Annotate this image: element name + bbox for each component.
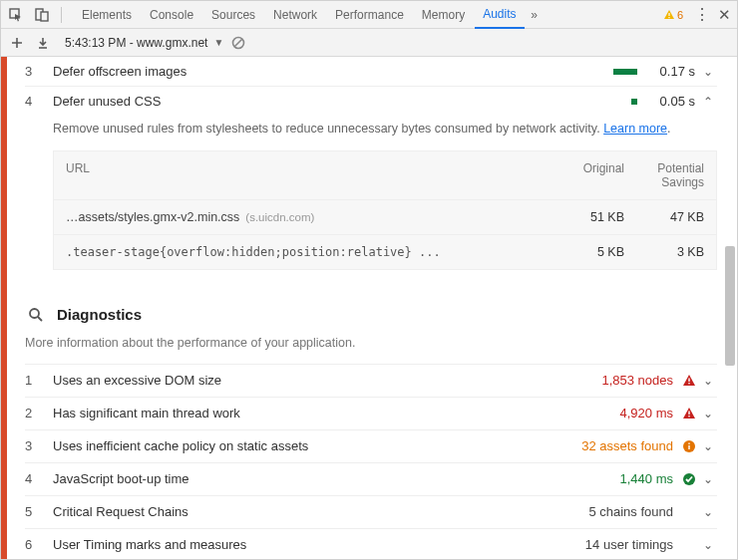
chevron-down-icon[interactable]: ⌄ (703, 472, 717, 486)
chevron-down-icon: ▼ (213, 37, 223, 48)
row-number: 1 (25, 373, 53, 388)
tab-memory[interactable]: Memory (414, 2, 473, 28)
opportunity-detail-table: URL Original Potential Savings …assets/s… (53, 150, 717, 270)
section-subtitle: More information about the performance o… (25, 332, 717, 364)
status-icon (681, 537, 697, 553)
chevron-down-icon[interactable]: ⌄ (703, 407, 717, 420)
report-selector[interactable]: 5:43:13 PM - www.gmx.net ▼ (65, 36, 223, 50)
kebab-menu-icon[interactable]: ⋮ (693, 5, 711, 24)
tab-performance[interactable]: Performance (327, 2, 412, 28)
opportunity-row[interactable]: 3 Defer offscreen images 0.17 s ⌄ (25, 57, 717, 86)
inspect-element-icon[interactable] (5, 4, 27, 26)
tab-sources[interactable]: Sources (203, 2, 263, 28)
clear-icon[interactable] (229, 34, 247, 52)
svg-rect-2 (41, 12, 48, 21)
search-icon (25, 304, 47, 326)
savings-bar (577, 99, 637, 105)
warnings-badge[interactable]: 6 (657, 9, 689, 21)
row-title: Defer offscreen images (53, 64, 577, 79)
cell-url: …assets/styles.gmx-v2.min.css(s.uicdn.co… (66, 210, 545, 224)
chevron-down-icon[interactable]: ⌄ (703, 65, 717, 79)
cell-host: (s.uicdn.com) (245, 211, 314, 223)
row-value: 32 assets found (581, 438, 673, 453)
learn-more-link[interactable]: Learn more (603, 122, 667, 136)
diagnostics-list: 1Uses an excessive DOM size1,853 nodes⌄2… (25, 364, 717, 559)
row-number: 4 (25, 471, 53, 486)
audit-content: 3 Defer offscreen images 0.17 s ⌄ 4 Defe… (1, 57, 737, 559)
row-title: User Timing marks and measures (53, 537, 585, 552)
download-icon[interactable] (33, 33, 53, 53)
vertical-scrollbar[interactable] (725, 87, 735, 559)
opportunity-row[interactable]: 4 Defer unused CSS 0.05 s ⌃ (25, 86, 717, 116)
report-label: 5:43:13 PM - www.gmx.net (65, 36, 207, 50)
row-value: 5 chains found (588, 504, 673, 519)
diagnostic-row[interactable]: 1Uses an excessive DOM size1,853 nodes⌄ (25, 364, 717, 397)
more-tabs-icon[interactable]: » (527, 8, 543, 22)
col-url: URL (66, 161, 545, 189)
row-number: 3 (25, 438, 53, 453)
status-icon (681, 438, 697, 454)
devtools-tabs: Elements Console Sources Network Perform… (74, 1, 653, 29)
devtools-panel: Elements Console Sources Network Perform… (0, 0, 738, 560)
diagnostic-row[interactable]: 2Has significant main thread work4,920 m… (25, 397, 717, 429)
section-title: Diagnostics (57, 306, 142, 323)
cell-savings: 47 KB (624, 210, 704, 224)
separator (61, 7, 62, 23)
tab-elements[interactable]: Elements (74, 2, 140, 28)
chevron-down-icon[interactable]: ⌄ (703, 374, 717, 388)
table-head: URL Original Potential Savings (54, 151, 716, 199)
svg-rect-3 (668, 13, 669, 16)
row-title: Uses an excessive DOM size (53, 373, 601, 388)
status-icon (681, 373, 697, 389)
diagnostic-row[interactable]: 5Critical Request Chains5 chains found⌄ (25, 495, 717, 528)
chevron-down-icon[interactable]: ⌄ (703, 439, 717, 453)
table-row: …assets/styles.gmx-v2.min.css(s.uicdn.co… (54, 199, 716, 234)
svg-rect-9 (688, 411, 689, 415)
row-number: 5 (25, 504, 53, 519)
cell-url: .teaser-stage{overflow:hidden;position:r… (66, 245, 545, 259)
warnings-count: 6 (677, 9, 683, 21)
row-number: 2 (25, 406, 53, 420)
row-title: Critical Request Chains (53, 504, 588, 519)
new-audit-icon[interactable] (7, 33, 27, 53)
savings-time: 0.05 s (645, 94, 695, 109)
tab-network[interactable]: Network (265, 2, 325, 28)
row-value: 1,853 nodes (601, 373, 673, 388)
chevron-up-icon[interactable]: ⌃ (703, 95, 717, 109)
diagnostic-row[interactable]: 6User Timing marks and measures14 user t… (25, 528, 717, 559)
col-savings: Potential Savings (624, 161, 704, 189)
svg-rect-7 (688, 378, 689, 382)
row-title: Has significant main thread work (53, 406, 620, 420)
chevron-down-icon[interactable]: ⌄ (703, 505, 717, 519)
svg-rect-4 (668, 17, 669, 18)
device-toolbar-icon[interactable] (31, 4, 53, 26)
close-icon[interactable]: ✕ (715, 6, 733, 24)
audits-subbar: 5:43:13 PM - www.gmx.net ▼ (1, 29, 737, 57)
row-title: Defer unused CSS (53, 94, 577, 109)
chevron-down-icon[interactable]: ⌄ (703, 538, 717, 552)
status-icon (681, 406, 697, 421)
cell-original: 51 KB (545, 210, 624, 224)
row-number: 6 (25, 537, 53, 552)
diagnostic-row[interactable]: 3Uses inefficient cache policy on static… (25, 429, 717, 462)
tab-audits[interactable]: Audits (475, 1, 524, 29)
scrollbar-thumb[interactable] (725, 246, 735, 366)
cell-original: 5 KB (545, 245, 624, 259)
opportunity-description: Remove unused rules from stylesheets to … (25, 116, 717, 150)
row-title: JavaScript boot-up time (53, 471, 620, 486)
desc-text-post: . (667, 122, 670, 136)
row-number: 3 (25, 64, 53, 79)
status-icon (681, 471, 697, 487)
row-number: 4 (25, 94, 53, 109)
status-icon (681, 504, 697, 520)
diagnostic-row[interactable]: 4JavaScript boot-up time1,440 ms⌄ (25, 462, 717, 495)
diagnostics-heading: Diagnostics (25, 286, 717, 332)
tab-console[interactable]: Console (142, 2, 201, 28)
scroll-area[interactable]: 3 Defer offscreen images 0.17 s ⌄ 4 Defe… (7, 57, 737, 559)
svg-point-6 (30, 309, 39, 318)
col-original: Original (545, 161, 624, 189)
savings-time: 0.17 s (645, 64, 695, 79)
row-value: 4,920 ms (620, 406, 673, 420)
row-title: Uses inefficient cache policy on static … (53, 438, 581, 453)
svg-rect-8 (688, 383, 689, 384)
